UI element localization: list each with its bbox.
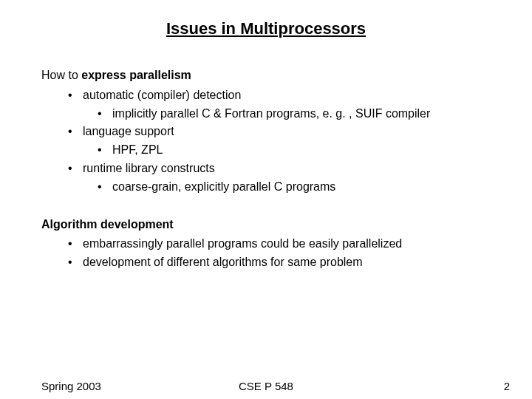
section1-intro-bold: express parallelism	[81, 69, 191, 81]
list-item: automatic (compiler) detection	[41, 86, 510, 105]
list-item-text: HPF, ZPL	[112, 143, 163, 156]
spacer	[41, 197, 510, 216]
list-item: development of different algorithms for …	[41, 253, 510, 272]
section2-heading: Algorithm development	[41, 216, 510, 234]
list-item: implicitly parallel C & Fortran programs…	[41, 105, 510, 123]
list-item: HPF, ZPL	[41, 141, 510, 160]
list-item-text: embarrassingly parallel programs could b…	[83, 237, 402, 250]
footer-center: CSE P 548	[0, 380, 532, 392]
slide-body: How to express parallelism automatic (co…	[41, 66, 510, 272]
list-item-text: implicitly parallel C & Fortran programs…	[112, 107, 430, 120]
footer-page-number: 2	[504, 380, 510, 392]
list-item-text: development of different algorithms for …	[83, 256, 363, 268]
list-item: coarse-grain, explicitly parallel C prog…	[41, 178, 510, 197]
slide-title: Issues in Multiprocessors	[0, 0, 532, 38]
list-item: language support	[41, 123, 510, 141]
list-item-text: runtime library constructs	[83, 162, 215, 174]
slide: Issues in Multiprocessors How to express…	[0, 0, 532, 399]
list-item-text: coarse-grain, explicitly parallel C prog…	[112, 180, 335, 193]
section1-intro-plain: How to	[41, 69, 81, 81]
list-item-text: language support	[83, 125, 174, 137]
section1-heading: How to express parallelism	[41, 66, 510, 85]
list-item-text: automatic (compiler) detection	[83, 89, 241, 101]
list-item: embarrassingly parallel programs could b…	[41, 235, 510, 253]
list-item: runtime library constructs	[41, 160, 510, 178]
